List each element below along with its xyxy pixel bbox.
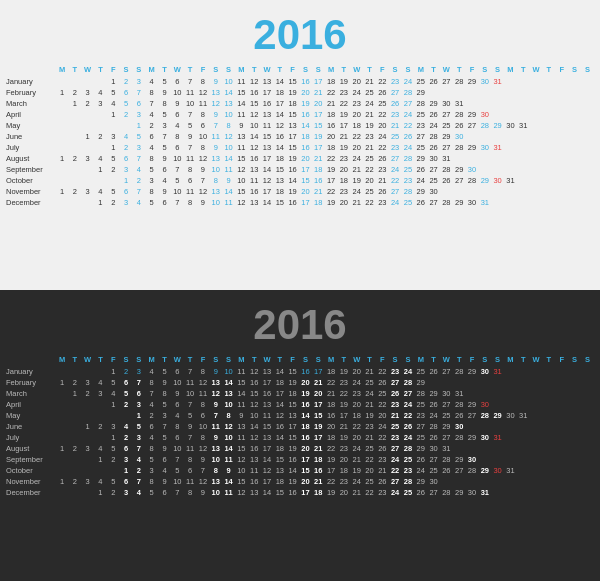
dark-row-july: July 123 45678910 11121314151617 1819202… [6,432,594,443]
row-march: March 123456 78910111213 14151617181920 … [6,98,594,109]
dark-row-march: March 123456 78910111213 14151617181920 … [6,388,594,399]
light-calendar: 2016 MTWTFSS MTWTFSS MTWTFSS MTWTFSS MTW… [0,0,600,290]
dark-row-november: November 1234567 891011121314 1516171819… [6,476,594,487]
row-december: December 1234 567891011 12131415161718 1… [6,197,594,208]
dark-row-may: May 1 2345678 9101112131415 161718192021… [6,410,594,421]
light-calendar-table: MTWTFSS MTWTFSS MTWTFSS MTWTFSS MTWTFSS … [6,64,594,208]
row-august: August 1234567 891011121314 151617181920… [6,153,594,164]
dark-row-february: February 1234567 891011121314 1516171819… [6,377,594,388]
month-col-header [6,64,56,76]
dark-row-august: August 1234567 891011121314 151617181920… [6,443,594,454]
dark-calendar-table: MTWTFSS MTWTFSS MTWTFSS MTWTFSS MTWTFSS … [6,354,594,498]
row-october: October 12 3456789 10111213141516 171819… [6,175,594,186]
row-september: September 1234 567891011 12131415161718 … [6,164,594,175]
dark-row-june: June 12345 6789101112 13141516171819 202… [6,421,594,432]
month-col-header-dark [6,354,56,366]
dark-year-title: 2016 [6,298,594,354]
dark-row-january: January 123 45678910 11121314151617 1819… [6,366,594,377]
row-january: January 123 45678910 11121314151617 1819… [6,76,594,87]
dark-row-december: December 1234 567891011 12131415161718 1… [6,487,594,498]
light-year-title: 2016 [6,8,594,64]
dark-row-september: September 1234 567891011 12131415161718 … [6,454,594,465]
row-november: November 1234567 891011121314 1516171819… [6,186,594,197]
row-june: June 12345 6789101112 13141516171819 202… [6,131,594,142]
row-february: February 1234567 891011121314 1516171819… [6,87,594,98]
row-may: May 1 2345678 9101112131415 161718192021… [6,120,594,131]
dark-row-april: April 123 45678910 11121314151617 181920… [6,399,594,410]
dark-calendar: 2016 MTWTFSS MTWTFSS MTWTFSS MTWTFSS MTW… [0,290,600,581]
dark-row-october: October 12 3456789 10111213141516 171819… [6,465,594,476]
row-april: April 123 45678910 11121314151617 181920… [6,109,594,120]
row-july: July 123 45678910 11121314151617 1819202… [6,142,594,153]
